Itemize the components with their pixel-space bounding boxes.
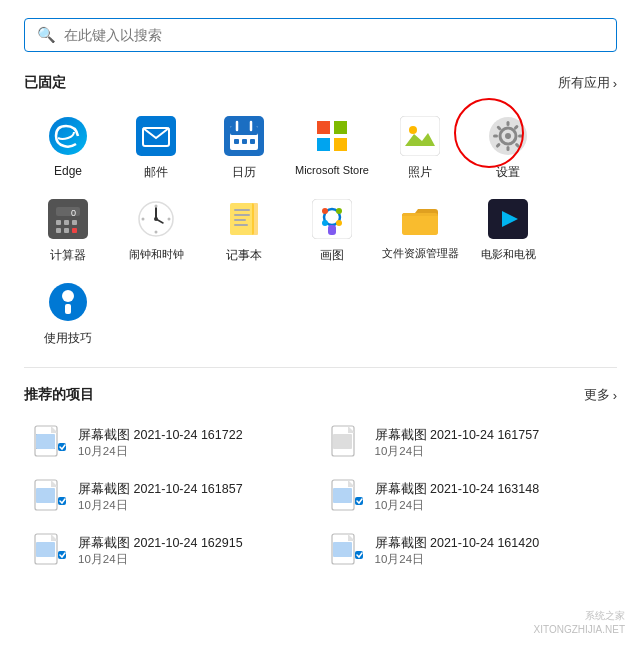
svg-rect-23	[507, 146, 510, 151]
recommended-section-header: 推荐的项目 更多 ›	[24, 386, 617, 404]
calendar-label: 日历	[232, 164, 256, 181]
app-paint[interactable]: 画图	[288, 189, 376, 272]
clock-label: 闹钟和时钟	[129, 247, 184, 262]
svg-rect-85	[36, 542, 55, 557]
app-mail[interactable]: 邮件	[112, 106, 200, 189]
rec-text-5: 屏幕截图 2021-10-24 161420 10月24日	[375, 535, 540, 567]
app-edge[interactable]: Edge	[24, 106, 112, 189]
svg-rect-60	[328, 225, 336, 235]
rec-item-5[interactable]: 屏幕截图 2021-10-24 161420 10月24日	[321, 526, 618, 576]
svg-point-46	[142, 218, 145, 221]
svg-rect-53	[252, 203, 258, 235]
explorer-label: 文件资源管理器	[382, 247, 459, 261]
svg-rect-89	[333, 542, 352, 557]
svg-point-58	[336, 220, 342, 226]
rec-text-3: 屏幕截图 2021-10-24 163148 10月24日	[375, 481, 540, 513]
svg-rect-33	[56, 220, 61, 225]
rec-file-icon-5	[329, 533, 365, 569]
svg-rect-16	[400, 116, 440, 156]
store-label: Microsoft Store	[295, 164, 369, 176]
rec-file-icon-3	[329, 479, 365, 515]
search-icon: 🔍	[37, 26, 56, 44]
svg-rect-51	[234, 219, 246, 221]
app-clock[interactable]: 闹钟和时钟	[112, 189, 200, 272]
rec-file-icon-1	[329, 425, 365, 461]
photos-label: 照片	[408, 164, 432, 181]
photos-app-icon	[398, 114, 442, 158]
recommended-title: 推荐的项目	[24, 386, 94, 404]
svg-rect-5	[230, 126, 258, 135]
chevron-right-icon: ›	[613, 76, 617, 91]
app-tips[interactable]: 使用技巧	[24, 272, 112, 355]
svg-rect-34	[64, 220, 69, 225]
calc-app-icon: 0	[46, 197, 90, 241]
svg-point-47	[168, 218, 171, 221]
rec-item-3[interactable]: 屏幕截图 2021-10-24 163148 10月24日	[321, 472, 618, 522]
svg-point-44	[155, 205, 158, 208]
rec-item-1[interactable]: 屏幕截图 2021-10-24 161757 10月24日	[321, 418, 618, 468]
app-explorer[interactable]: 文件资源管理器	[376, 189, 464, 272]
rec-text-2: 屏幕截图 2021-10-24 161857 10月24日	[78, 481, 243, 513]
notepad-app-icon	[222, 197, 266, 241]
chevron-right-icon: ›	[613, 388, 617, 403]
section-divider	[24, 367, 617, 368]
app-settings[interactable]: 设置	[464, 106, 552, 189]
rec-item-0[interactable]: 屏幕截图 2021-10-24 161722 10月24日	[24, 418, 321, 468]
paint-label: 画图	[320, 247, 344, 264]
store-app-icon	[310, 114, 354, 158]
rec-file-icon-4	[32, 533, 68, 569]
svg-rect-70	[36, 434, 55, 449]
svg-rect-10	[250, 139, 255, 144]
svg-rect-62	[402, 213, 438, 235]
rec-item-2[interactable]: 屏幕截图 2021-10-24 161857 10月24日	[24, 472, 321, 522]
svg-rect-12	[317, 121, 330, 134]
mail-label: 邮件	[144, 164, 168, 181]
svg-rect-31	[56, 207, 80, 216]
rec-file-icon-2	[32, 479, 68, 515]
all-apps-button[interactable]: 所有应用 ›	[558, 74, 617, 92]
pinned-title: 已固定	[24, 74, 66, 92]
edge-label: Edge	[54, 164, 82, 178]
paint-app-icon	[310, 197, 354, 241]
rec-item-4[interactable]: 屏幕截图 2021-10-24 162915 10月24日	[24, 526, 321, 576]
svg-rect-15	[334, 138, 347, 151]
rec-file-icon-0	[32, 425, 68, 461]
explorer-app-icon	[398, 197, 442, 241]
movies-app-icon	[486, 197, 530, 241]
svg-rect-77	[36, 488, 55, 503]
svg-rect-35	[72, 220, 77, 225]
search-bar[interactable]: 🔍	[24, 18, 617, 52]
svg-rect-38	[72, 228, 77, 233]
svg-rect-67	[65, 304, 71, 314]
app-store[interactable]: Microsoft Store	[288, 106, 376, 189]
more-button[interactable]: 更多 ›	[584, 386, 617, 404]
app-movies[interactable]: 电影和电视	[464, 189, 552, 272]
start-menu: 🔍 已固定 所有应用 ›	[0, 0, 641, 649]
movies-label: 电影和电视	[481, 247, 536, 262]
svg-point-57	[336, 208, 342, 214]
app-calendar[interactable]: 日历	[200, 106, 288, 189]
notepad-label: 记事本	[226, 247, 262, 264]
edge-app-icon	[46, 114, 90, 158]
pinned-app-grid: Edge 邮件	[24, 106, 617, 355]
svg-point-18	[409, 126, 417, 134]
svg-rect-22	[507, 121, 510, 126]
settings-label: 设置	[496, 164, 520, 181]
svg-rect-74	[333, 434, 352, 449]
settings-app-icon	[486, 114, 530, 158]
pinned-section-header: 已固定 所有应用 ›	[24, 74, 617, 92]
svg-rect-50	[234, 214, 250, 216]
svg-rect-8	[234, 139, 239, 144]
app-photos[interactable]: 照片	[376, 106, 464, 189]
search-input[interactable]	[64, 27, 604, 43]
svg-point-59	[322, 220, 328, 226]
svg-point-66	[62, 290, 74, 302]
watermark: 系统之家 XITONGZHIJIA.NET	[534, 609, 626, 637]
app-notepad[interactable]: 记事本	[200, 189, 288, 272]
tips-app-icon	[46, 280, 90, 324]
tips-label: 使用技巧	[44, 330, 92, 347]
app-calc[interactable]: 0 计算器	[24, 189, 112, 272]
svg-rect-14	[317, 138, 330, 151]
svg-point-0	[49, 117, 87, 155]
svg-point-21	[505, 133, 511, 139]
